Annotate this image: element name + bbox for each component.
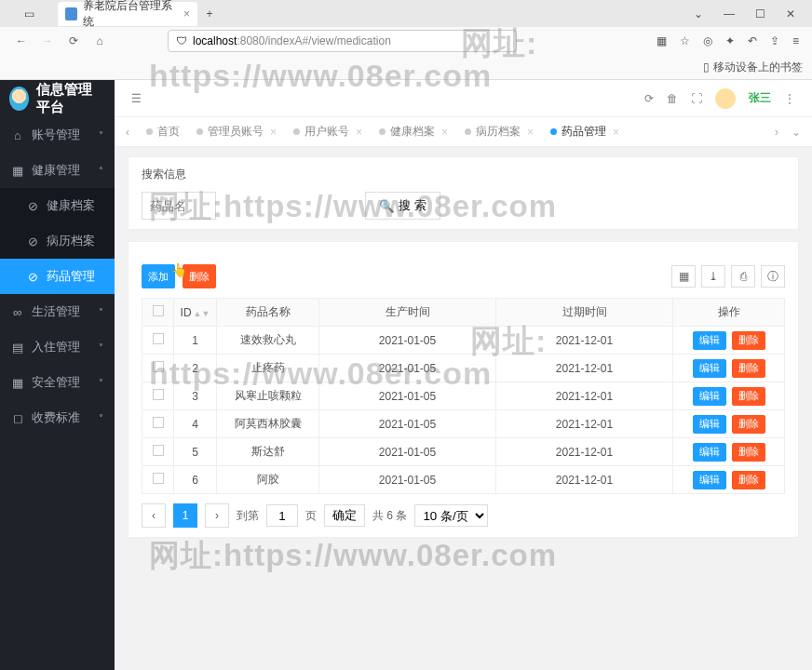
app-logo: 信息管理平台 [0,80,115,117]
close-icon[interactable]: × [270,126,277,139]
cell-name: 斯达舒 [217,438,319,466]
row-checkbox[interactable] [153,445,164,456]
cell-name: 阿莫西林胶囊 [217,410,319,438]
edit-button[interactable]: 编辑 [693,331,726,350]
delete-button[interactable]: 删除 [183,264,216,288]
page-tab[interactable]: 首页 [139,124,187,140]
more-icon[interactable]: ⋮ [784,92,795,105]
sidebar-subitem[interactable]: ⊘健康档案 [0,188,115,223]
reload-icon[interactable]: ⟳ [65,34,82,47]
username[interactable]: 张三 [749,90,771,106]
col-id[interactable]: ID▲▼ [174,299,217,327]
row-checkbox[interactable] [153,417,164,428]
row-delete-button[interactable]: 删除 [732,359,765,378]
page-prev[interactable]: ‹ [142,503,166,528]
page-tab[interactable]: 健康档案× [372,124,455,140]
share-icon[interactable]: ⇪ [770,34,779,47]
page-number[interactable]: 1 [173,503,197,528]
tab-dot-icon [146,128,153,135]
browser-tab[interactable]: 养老院后台管理系统 × [58,2,197,26]
page-input[interactable] [266,504,298,527]
maximize-icon[interactable]: ☐ [755,7,765,20]
url-bar[interactable]: 🛡 localhost:8080/indexA#/view/medication [168,30,517,52]
page-tab[interactable]: 用户账号× [286,124,370,140]
page-size-select[interactable]: 10 条/页 [414,504,488,527]
sidebar-item[interactable]: ▦健康管理˄ [0,153,115,188]
row-checkbox[interactable] [153,333,164,344]
page-next[interactable]: › [205,503,229,528]
cell-prod: 2021-01-05 [319,466,496,494]
account-icon[interactable]: ◎ [703,34,712,47]
sidebar-item[interactable]: ▤入住管理˅ [0,329,115,365]
fullscreen-icon[interactable]: ⛶ [691,92,702,105]
sidebar-subitem[interactable]: ⊘病历档案 [0,223,115,259]
edit-button[interactable]: 编辑 [693,359,726,378]
bookmark-bar: ▯ 移动设备上的书签 [0,55,812,79]
bookmark-mobile[interactable]: 移动设备上的书签 [713,60,803,75]
close-icon[interactable]: × [356,126,362,139]
info-icon[interactable]: ⓘ [761,265,785,288]
undo-icon[interactable]: ↶ [748,34,757,47]
page-tab[interactable]: 药品管理× [543,124,627,140]
pagination: ‹ 1 › 到第 页 确定 共 6 条 10 条/页 [142,503,785,528]
close-icon[interactable]: × [441,126,448,139]
tabs-prev-icon[interactable]: ‹ [122,126,133,139]
cell-id: 4 [174,410,217,438]
row-delete-button[interactable]: 删除 [732,331,765,350]
trash-icon[interactable]: 🗑 [667,92,678,105]
cell-prod: 2021-01-05 [319,355,496,382]
sidebar-subitem[interactable]: ⊘药品管理 [0,259,115,294]
edit-button[interactable]: 编辑 [693,387,726,406]
qr-icon[interactable]: ▦ [656,34,667,47]
sidebar-item[interactable]: ∞生活管理˅ [0,294,115,329]
row-checkbox[interactable] [153,361,164,372]
export-icon[interactable]: ⤓ [701,265,725,288]
collapse-sidebar-icon[interactable]: ☰ [131,92,142,105]
row-delete-button[interactable]: 删除 [732,471,765,489]
tab-label: 用户账号 [304,124,349,140]
edit-button[interactable]: 编辑 [693,471,726,489]
refresh-icon[interactable]: ⟳ [644,92,654,105]
new-tab-button[interactable]: + [197,7,222,20]
row-delete-button[interactable]: 删除 [732,443,765,462]
close-icon[interactable]: × [183,7,190,20]
page-tab[interactable]: 管理员账号× [189,124,284,140]
sidebar-item[interactable]: ⌂账号管理˅ [0,117,115,153]
menu-icon[interactable]: ≡ [792,34,799,47]
page-tab[interactable]: 病历档案× [457,124,541,140]
tab-label: 药品管理 [562,124,606,140]
cell-id: 5 [174,438,217,466]
row-delete-button[interactable]: 删除 [732,387,765,406]
minimize-icon[interactable]: — [724,7,735,20]
print-icon[interactable]: ⎙ [731,265,755,288]
row-delete-button[interactable]: 删除 [732,415,765,434]
filter-icon[interactable]: ▦ [671,265,696,288]
search-input[interactable] [142,192,216,220]
edit-button[interactable]: 编辑 [693,415,726,434]
select-all-checkbox[interactable] [153,305,164,316]
tabs-next-icon[interactable]: › [771,126,782,139]
back-icon[interactable]: ← [13,34,30,47]
tabs-dropdown-icon[interactable]: ⌄ [788,126,805,139]
avatar[interactable] [715,88,736,109]
sidebar-item-label: 收费标准 [32,409,80,426]
sidebar-item-label: 生活管理 [32,303,80,320]
home-icon[interactable]: ⌂ [91,34,108,47]
chevron-down-icon[interactable]: ⌄ [694,7,703,20]
row-checkbox[interactable] [153,473,164,484]
search-icon: 🔍 [379,199,395,213]
page-confirm[interactable]: 确定 [324,504,365,527]
search-button[interactable]: 🔍 搜 索 [365,192,440,220]
sidebar-item[interactable]: ◻收费标准˅ [0,400,115,436]
star-icon[interactable]: ☆ [680,34,690,47]
row-checkbox[interactable] [153,389,164,400]
sidebar-toggle-icon[interactable]: ▭ [0,7,58,20]
close-icon[interactable]: × [527,126,534,139]
close-icon[interactable]: × [613,126,619,139]
sidebar-item[interactable]: ▦安全管理˅ [0,365,115,400]
edit-button[interactable]: 编辑 [693,443,726,462]
table-row: 4 阿莫西林胶囊 2021-01-05 2021-12-01 编辑 删除 [142,410,785,438]
add-button[interactable]: 添加 [142,264,175,288]
close-window-icon[interactable]: ✕ [786,7,795,20]
extensions-icon[interactable]: ✦ [725,34,735,47]
